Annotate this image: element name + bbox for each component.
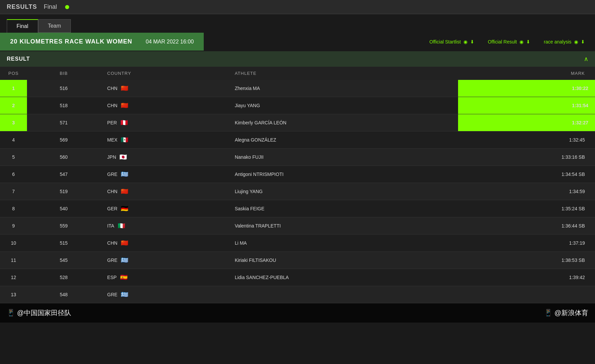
tab-final[interactable]: Final (7, 19, 38, 33)
table-row: 11545GRE🇬🇷Kiriaki FILTISAKOU1:38:53 SB (0, 252, 595, 269)
bib-cell: 515 (27, 235, 101, 252)
country-flag: 🇮🇹 (118, 222, 125, 230)
table-header-row: POS BIB COUNTRY ATHLETE MARK (0, 67, 595, 80)
country-cell: GER🇩🇪 (101, 200, 228, 217)
startlist-label: Official Startlist (429, 39, 461, 44)
pos-cell: 13 (0, 286, 27, 303)
country-flag: 🇯🇵 (119, 153, 127, 161)
table-row: 2518CHN🇨🇳Jiayu YANG1:31:54 (0, 97, 595, 114)
country-flag: 🇨🇳 (121, 85, 128, 92)
download-icon-2: ⬇ (526, 39, 530, 44)
country-code: GRE (107, 257, 117, 263)
mark-cell: 1:31:54 (458, 97, 595, 114)
final-label: Final (44, 3, 57, 10)
country-code: CHN (107, 189, 117, 194)
mark-cell: 1:32:27 (458, 114, 595, 131)
country-flag: 🇲🇽 (121, 136, 128, 144)
athlete-cell: Valentina TRAPLETTI (228, 217, 458, 235)
bib-cell: 560 (27, 149, 101, 166)
mark-cell (458, 286, 595, 303)
country-cell: GRE🇬🇷 (101, 252, 228, 269)
country-code: ESP (107, 275, 117, 280)
tabs-container: Final Team (0, 14, 595, 33)
athlete-cell: Lidia SANCHEZ-PUEBLA (228, 269, 458, 286)
athlete-cell: Zhenxia MA (228, 80, 458, 97)
country-cell: MEX🇲🇽 (101, 131, 228, 149)
table-row: 12528ESP🇪🇸Lidia SANCHEZ-PUEBLA1:39:42 (0, 269, 595, 286)
bib-cell: 518 (27, 97, 101, 114)
country-code: GRE (107, 172, 117, 177)
athlete-cell: Antigoni NTRISMPIOTI (228, 166, 458, 183)
country-cell: CHN🇨🇳 (101, 97, 228, 114)
pos-cell: 5 (0, 149, 27, 166)
official-startlist-link[interactable]: Official Startlist ◉ ⬇ (429, 39, 474, 44)
official-result-link[interactable]: Official Result ◉ ⬇ (488, 39, 530, 44)
header-bib: BIB (27, 67, 101, 80)
download-icon-3: ⬇ (581, 39, 585, 44)
header-pos: POS (0, 67, 27, 80)
country-code: ITA (107, 223, 114, 229)
race-analysis-link[interactable]: race analysis ◉ ⬇ (544, 39, 585, 44)
race-analysis-label: race analysis (544, 39, 571, 44)
bib-cell: 547 (27, 166, 101, 183)
bib-cell: 540 (27, 200, 101, 217)
table-row: 4569MEX🇲🇽Alegna GONZÁLEZ1:32:45 (0, 131, 595, 149)
mark-cell: 1:30:22 (458, 80, 595, 97)
athlete-cell: Liujing YANG (228, 183, 458, 200)
bib-cell: 571 (27, 114, 101, 131)
country-code: CHN (107, 86, 117, 91)
country-cell: ESP🇪🇸 (101, 269, 228, 286)
country-code: GER (107, 206, 117, 211)
mark-cell: 1:37:19 (458, 235, 595, 252)
country-flag: 🇨🇳 (121, 188, 128, 195)
event-title-block: 20 KILOMETRES RACE WALK WOMEN 04 MAR 202… (0, 33, 204, 51)
country-flag: 🇬🇷 (121, 291, 128, 298)
bib-cell: 519 (27, 183, 101, 200)
table-row: 8540GER🇩🇪Saskia FEIGE1:35:24 SB (0, 200, 595, 217)
country-cell: CHN🇨🇳 (101, 235, 228, 252)
pos-cell: 12 (0, 269, 27, 286)
mark-cell: 1:34:54 SB (458, 166, 595, 183)
athlete-cell: Jiayu YANG (228, 97, 458, 114)
collapse-icon[interactable]: ∧ (584, 55, 588, 63)
country-code: CHN (107, 103, 117, 108)
event-header: 20 KILOMETRES RACE WALK WOMEN 04 MAR 202… (0, 33, 595, 51)
bib-cell: 548 (27, 286, 101, 303)
table-row: 10515CHN🇨🇳Li MA1:37:19 (0, 235, 595, 252)
country-flag: 🇬🇷 (121, 256, 128, 264)
result-section-header: RESULT ∧ (0, 51, 595, 67)
country-flag: 🇪🇸 (120, 274, 128, 281)
country-cell: CHN🇨🇳 (101, 80, 228, 97)
country-flag: 🇨🇳 (121, 239, 128, 247)
watermark-bar: 📱 @中国国家田径队 📱 @新浪体育 (0, 303, 595, 323)
pos-cell: 10 (0, 235, 27, 252)
country-flag: 🇵🇪 (120, 119, 128, 126)
mark-cell: 1:33:16 SB (458, 149, 595, 166)
event-name: 20 KILOMETRES RACE WALK WOMEN (10, 38, 132, 45)
table-row: 9559ITA🇮🇹Valentina TRAPLETTI1:36:44 SB (0, 217, 595, 235)
table-row: 7519CHN🇨🇳Liujing YANG1:34:59 (0, 183, 595, 200)
bib-cell: 569 (27, 131, 101, 149)
country-cell: PER🇵🇪 (101, 114, 228, 131)
watermark-right: 📱 @新浪体育 (544, 308, 588, 317)
mark-cell: 1:35:24 SB (458, 200, 595, 217)
athlete-cell: Alegna GONZÁLEZ (228, 131, 458, 149)
country-code: CHN (107, 240, 117, 246)
mark-cell: 1:38:53 SB (458, 252, 595, 269)
tab-team[interactable]: Team (38, 19, 71, 33)
eye-icon-2: ◉ (519, 39, 523, 44)
event-date: 04 MAR 2022 16:00 (146, 39, 194, 45)
pos-cell: 9 (0, 217, 27, 235)
pos-cell: 4 (0, 131, 27, 149)
athlete-cell: Nanako FUJII (228, 149, 458, 166)
country-cell: ITA🇮🇹 (101, 217, 228, 235)
mark-cell: 1:36:44 SB (458, 217, 595, 235)
mark-cell: 1:39:42 (458, 269, 595, 286)
pos-cell: 8 (0, 200, 27, 217)
results-table: POS BIB COUNTRY ATHLETE MARK 1516CHN🇨🇳Zh… (0, 67, 595, 303)
pos-cell: 2 (0, 97, 27, 114)
country-flag: 🇨🇳 (121, 102, 128, 109)
country-cell: GRE🇬🇷 (101, 286, 228, 303)
athlete-cell: Kimberly GARCÍA LEÓN (228, 114, 458, 131)
result-section-label: RESULT (7, 56, 30, 62)
